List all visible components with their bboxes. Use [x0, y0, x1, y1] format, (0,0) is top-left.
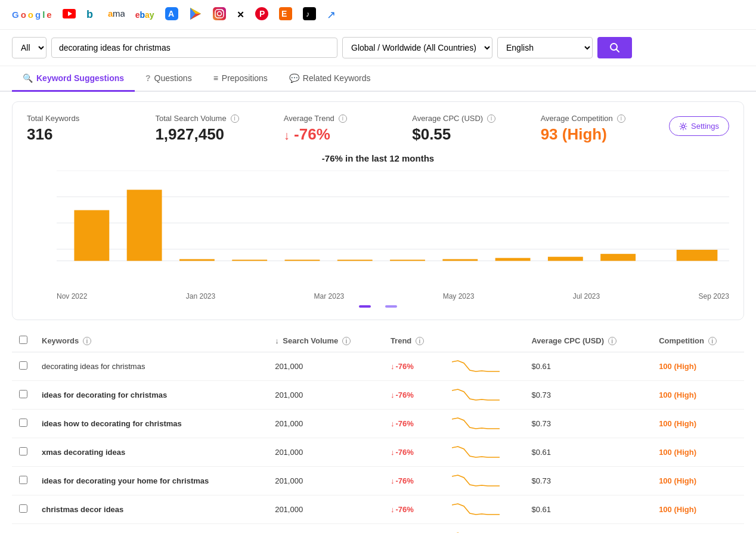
stat-total-search-volume: Total Search Volume i 1,927,450 [155, 114, 283, 144]
filter-select[interactable]: All [12, 37, 47, 58]
table-row: xmas decorating ideas201,000↓ -76% $0.61… [12, 438, 744, 467]
volume-cell: 201,000 [268, 467, 383, 495]
table-row: ideas how to decorating for christmas201… [12, 410, 744, 438]
average-trend-label: Average Trend i [284, 114, 398, 123]
select-all-checkbox[interactable] [19, 336, 27, 344]
keyword-table: Keywords i ↓ Search Volume i Trend i Ave… [12, 330, 744, 533]
trend-down-arrow: ↓ [284, 129, 290, 142]
bar-oct2023 [677, 250, 718, 261]
cpc-cell: $0.61 [524, 352, 652, 381]
row-checkbox-4[interactable] [19, 476, 27, 484]
table-row: outdoor decorating ideas for christmas22… [12, 524, 744, 534]
chart-container: -76% in the last 12 months 15m 10m 5m 0 [27, 153, 729, 308]
trend-info-icon[interactable]: i [416, 337, 424, 345]
x-label-nov2022: Nov 2022 [57, 292, 87, 300]
keyword-cell: christmas decor ideas [35, 495, 268, 524]
sparkline-svg [452, 501, 500, 516]
total-keywords-label: Total Keywords [27, 114, 141, 123]
appstore-brand[interactable]: A [165, 7, 178, 22]
trends-brand[interactable]: ↗ [327, 8, 336, 21]
competition-cell: 100 (High) [652, 467, 744, 495]
keyword-cell: ideas how to decorating for christmas [35, 410, 268, 438]
table-row: ideas for decorating for christmas201,00… [12, 381, 744, 410]
th-average-cpc: Average CPC (USD) i [524, 330, 652, 352]
table-row: decorating ideas for christmas201,000↓ -… [12, 352, 744, 381]
keyword-cell: outdoor decorating ideas for christmas [35, 524, 268, 534]
tab-related-keywords[interactable]: 💬 Related Keywords [278, 66, 382, 92]
tab-keyword-suggestions[interactable]: 🔍 Keyword Suggestions [12, 66, 135, 92]
sparkline-svg [452, 473, 500, 487]
competition-cell: 100 (High) [652, 410, 744, 438]
chart-x-labels: Nov 2022 Jan 2023 Mar 2023 May 2023 Jul … [27, 292, 729, 300]
table-row: ideas for decorating your home for chris… [12, 467, 744, 495]
cpc-cell: $0.73 [524, 410, 652, 438]
stats-row: Total Keywords 316 Total Search Volume i… [27, 114, 729, 144]
tab-prepositions[interactable]: ≡ Prepositions [203, 66, 278, 92]
stat-average-trend: Average Trend i ↓ -76% [284, 114, 412, 144]
bar-nov2022 [74, 210, 109, 261]
total-search-volume-info[interactable]: i [231, 114, 239, 123]
bar-dec2022 [127, 190, 162, 261]
row-checkbox-2[interactable] [19, 419, 27, 427]
trend-down-icon: ↓ [391, 505, 395, 514]
competition-cell: 100 (High) [652, 495, 744, 524]
cpc-cell: $0.89 [524, 524, 652, 534]
search-volume-info-icon[interactable]: i [342, 337, 351, 345]
average-cpc-value: $0.55 [412, 125, 526, 144]
total-search-volume-value: 1,927,450 [155, 125, 269, 144]
amazon-brand[interactable]: amazon [108, 7, 125, 22]
trend-cell: ↓ -70% [383, 524, 445, 534]
svg-text:♪: ♪ [306, 10, 310, 18]
sparkline-svg [452, 444, 500, 458]
youtube-brand[interactable] [63, 9, 76, 20]
tiktok-brand[interactable]: ♪ [303, 7, 316, 22]
trend-down-icon: ↓ [391, 448, 395, 457]
tab-questions[interactable]: ? Questions [135, 66, 203, 92]
row-checkbox-5[interactable] [19, 504, 27, 513]
th-keywords: Keywords i [35, 330, 268, 352]
row-checkbox-0[interactable] [19, 361, 27, 370]
language-select[interactable]: English [497, 37, 593, 58]
keywords-info-icon[interactable]: i [83, 337, 91, 345]
ebay-brand[interactable]: ebay [135, 10, 154, 20]
average-competition-info[interactable]: i [617, 114, 625, 123]
x-label-jul2023: Jul 2023 [573, 292, 600, 300]
cpc-cell: $0.73 [524, 381, 652, 410]
bing-brand[interactable]: b [86, 7, 97, 22]
location-select[interactable]: Global / Worldwide (All Countries) [342, 37, 492, 58]
google-brand[interactable]: Google [12, 10, 52, 20]
bar-may2023 [390, 260, 425, 261]
row-checkbox-3[interactable] [19, 447, 27, 455]
svg-point-23 [682, 125, 685, 128]
sparkline-cell [445, 381, 525, 410]
average-trend-value: ↓ -76% [284, 125, 398, 144]
row-checkbox-1[interactable] [19, 390, 27, 398]
competition-info-icon[interactable]: i [708, 337, 717, 345]
sparkline-svg [452, 387, 500, 401]
sparkline-cell [445, 410, 525, 438]
cpc-cell: $0.61 [524, 438, 652, 467]
etsy-brand[interactable]: E [279, 7, 292, 22]
search-button[interactable] [597, 37, 632, 58]
chart-area: 15m 10m 5m 0 [27, 171, 729, 290]
bar-mar2023 [285, 260, 320, 261]
stats-card: Total Keywords 316 Total Search Volume i… [12, 101, 744, 320]
keyword-cell: decorating ideas for christmas [35, 352, 268, 381]
trend-down-icon: ↓ [391, 419, 395, 428]
average-cpc-info[interactable]: i [487, 114, 495, 123]
trend-cell: ↓ -76% [383, 381, 445, 410]
average-competition-label: Average Competition i [541, 114, 655, 123]
prepositions-icon: ≡ [213, 73, 218, 83]
trend-cell: ↓ -76% [383, 410, 445, 438]
search-input[interactable] [51, 38, 337, 58]
playstore-brand[interactable] [189, 7, 202, 22]
chart-title: -76% in the last 12 months [27, 153, 729, 163]
pinterest-brand[interactable]: P [255, 7, 268, 22]
instagram-brand[interactable] [213, 7, 226, 22]
twitter-brand[interactable]: ✕ [237, 10, 244, 20]
svg-line-22 [616, 49, 619, 52]
avg-cpc-info-icon[interactable]: i [608, 337, 616, 345]
average-trend-info[interactable]: i [339, 114, 347, 123]
settings-button[interactable]: Settings [669, 116, 729, 136]
svg-text:P: P [259, 9, 265, 18]
